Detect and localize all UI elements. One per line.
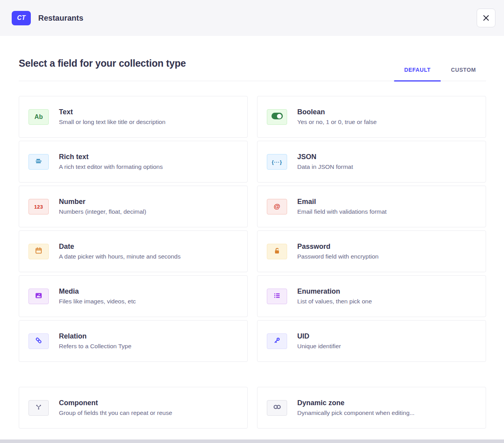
- field-type-tile: {···}: [267, 154, 287, 170]
- field-picker-body: Select a field for your collection type …: [0, 36, 504, 429]
- field-title: Relation: [59, 332, 131, 340]
- number-123-icon: 123: [34, 203, 43, 210]
- titlebar: Select a field for your collection type …: [19, 58, 486, 81]
- close-button[interactable]: [477, 9, 495, 27]
- field-card-dynamic-zone[interactable]: Dynamic zone Dynamically pick component …: [257, 387, 486, 429]
- field-card-enumeration[interactable]: Enumeration List of values, then pick on…: [257, 275, 486, 317]
- toggle-icon: [272, 113, 283, 121]
- field-type-tile: [267, 333, 287, 349]
- calendar-icon: [34, 246, 43, 257]
- field-type-tile: [28, 244, 49, 259]
- chain-link-icon: [34, 336, 43, 346]
- field-title: Email: [297, 198, 387, 206]
- field-description: Unique identifier: [297, 343, 341, 350]
- field-description: Refers to a Collection Type: [59, 343, 131, 350]
- field-description: A date picker with hours, minute and sec…: [59, 253, 181, 260]
- field-type-tile: [28, 333, 49, 349]
- bullet-list-icon: [273, 291, 281, 301]
- field-title: Date: [59, 243, 181, 251]
- field-card-uid[interactable]: UID Unique identifier: [257, 320, 486, 362]
- field-card-number[interactable]: 123 Number Numbers (integer, float, deci…: [19, 186, 248, 227]
- field-card-media[interactable]: Media Files like images, videos, etc: [19, 275, 248, 317]
- advanced-fields-grid: Component Group of fields tht you can re…: [19, 387, 486, 429]
- component-nodes-icon: [34, 403, 43, 413]
- field-title: Dynamic zone: [297, 399, 415, 407]
- field-card-relation[interactable]: Relation Refers to a Collection Type: [19, 320, 248, 362]
- close-icon: [482, 14, 490, 22]
- default-fields-grid: Ab Text Small or long text like title or…: [19, 96, 486, 362]
- field-description: Email field with validations format: [297, 208, 387, 215]
- tab-default[interactable]: DEFAULT: [394, 67, 441, 81]
- field-title: Component: [59, 399, 172, 407]
- tab-custom[interactable]: CUSTOM: [441, 67, 486, 81]
- field-type-tile: [267, 109, 287, 125]
- collection-type-badge: CT: [12, 11, 31, 25]
- at-sign-icon: @: [274, 203, 280, 211]
- field-type-tile: 123: [28, 199, 49, 214]
- field-card-richtext[interactable]: Rich text A rich text editor with format…: [19, 141, 248, 183]
- picture-icon: [34, 291, 43, 301]
- field-title: Text: [59, 108, 165, 116]
- field-description: Password field with encryption: [297, 253, 379, 260]
- field-type-tile: Ab: [28, 109, 49, 125]
- field-card-date[interactable]: Date A date picker with hours, minute an…: [19, 230, 248, 272]
- field-title: JSON: [297, 153, 353, 161]
- field-type-tile: [28, 289, 49, 304]
- bottom-divider: [0, 439, 504, 443]
- field-card-password[interactable]: Password Password field with encryption: [257, 230, 486, 272]
- field-description: Data in JSON format: [297, 163, 353, 170]
- field-description: Group of fields tht you can repeat or re…: [59, 409, 172, 416]
- field-description: Files like images, videos, etc: [59, 298, 136, 305]
- page-title: Select a field for your collection type: [19, 58, 186, 69]
- field-title: UID: [297, 332, 341, 340]
- field-type-tile: [267, 400, 287, 416]
- field-type-tile: @: [267, 199, 287, 214]
- field-type-tile: [267, 289, 287, 304]
- field-description: Dynamically pick component when editing.…: [297, 409, 415, 416]
- field-type-tile: [28, 400, 49, 416]
- field-title: Number: [59, 198, 146, 206]
- field-title: Password: [297, 243, 379, 251]
- field-title: Rich text: [59, 153, 163, 161]
- field-description: A rich text editor with formating option…: [59, 163, 163, 170]
- field-card-component[interactable]: Component Group of fields tht you can re…: [19, 387, 248, 429]
- field-card-text[interactable]: Ab Text Small or long text like title or…: [19, 96, 248, 138]
- field-description: Small or long text like title or descrip…: [59, 119, 165, 126]
- field-description: List of values, then pick one: [297, 298, 372, 305]
- key-icon: [273, 336, 281, 346]
- field-type-tile: [267, 244, 287, 259]
- field-title: Media: [59, 287, 136, 296]
- infinity-icon: [272, 402, 282, 413]
- field-description: Numbers (integer, float, decimal): [59, 208, 146, 215]
- field-title: Boolean: [297, 108, 377, 116]
- tab-bar: DEFAULT CUSTOM: [394, 67, 486, 81]
- lock-icon: [273, 246, 281, 257]
- json-braces-icon: {···}: [272, 158, 282, 165]
- field-title: Enumeration: [297, 287, 372, 296]
- field-type-tile: [28, 154, 49, 170]
- field-description: Yes or no, 1 or 0, true or false: [297, 119, 377, 126]
- collection-name: Restaurants: [38, 14, 83, 23]
- field-card-email[interactable]: @ Email Email field with validations for…: [257, 186, 486, 227]
- modal-header: CT Restaurants: [0, 0, 504, 36]
- text-ab-icon: Ab: [34, 113, 43, 120]
- text-lines-icon: [34, 157, 43, 167]
- field-card-boolean[interactable]: Boolean Yes or no, 1 or 0, true or false: [257, 96, 486, 138]
- field-card-json[interactable]: {···} JSON Data in JSON format: [257, 141, 486, 183]
